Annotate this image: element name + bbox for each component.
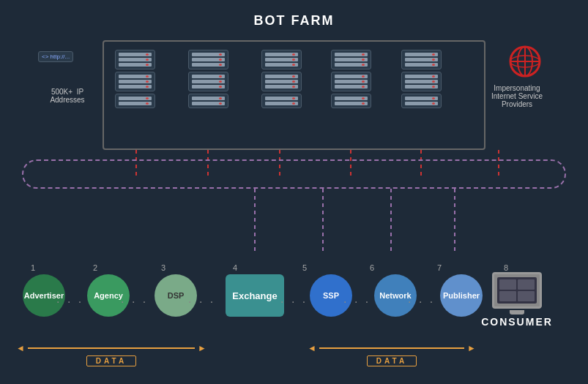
num-1: 1 xyxy=(31,263,35,272)
ssp-label: SSP xyxy=(323,291,339,300)
data-arrow-left: ◄ ► DATA xyxy=(16,343,206,366)
vline-network xyxy=(390,189,392,255)
num-5: 5 xyxy=(302,263,307,272)
server-1 xyxy=(115,50,155,108)
server-4 xyxy=(331,50,371,108)
dsp-label: DSP xyxy=(168,291,185,300)
bot-farm-title: BOT FARM xyxy=(254,13,335,29)
num-8: 8 xyxy=(504,263,508,272)
server-5 xyxy=(401,50,442,108)
browser-icon: <> http://... xyxy=(38,51,73,62)
vline-exchange xyxy=(254,189,256,255)
vline-publisher xyxy=(454,189,455,255)
globe-icon xyxy=(507,44,543,79)
num-4: 4 xyxy=(233,263,237,272)
ip-addresses-label: 500K+ IPAddresses xyxy=(38,88,97,104)
node-consumer: CONSUMER xyxy=(485,272,549,328)
connector-3-4: · · · xyxy=(188,295,215,309)
node-publisher: Publisher xyxy=(432,274,491,317)
pipeline xyxy=(22,159,566,189)
network-label: Network xyxy=(379,291,411,300)
server-3 xyxy=(261,50,302,108)
consumer-label: CONSUMER xyxy=(481,316,553,328)
isp-label: ImpersonatingInternet ServiceProviders xyxy=(484,84,550,108)
server-2 xyxy=(188,50,228,108)
num-3: 3 xyxy=(161,263,165,272)
num-2: 2 xyxy=(93,263,97,272)
agency-label: Agency xyxy=(94,291,123,300)
num-6: 6 xyxy=(370,263,374,272)
vline-ssp xyxy=(322,189,324,255)
exchange-label: Exchange xyxy=(232,290,277,301)
connector-2-3: · · · xyxy=(121,295,148,309)
connector-6-7: · · · xyxy=(408,295,435,309)
data-arrow-right: ◄ ► DATA xyxy=(308,343,476,366)
num-7: 7 xyxy=(437,263,442,272)
publisher-label: Publisher xyxy=(443,291,480,300)
